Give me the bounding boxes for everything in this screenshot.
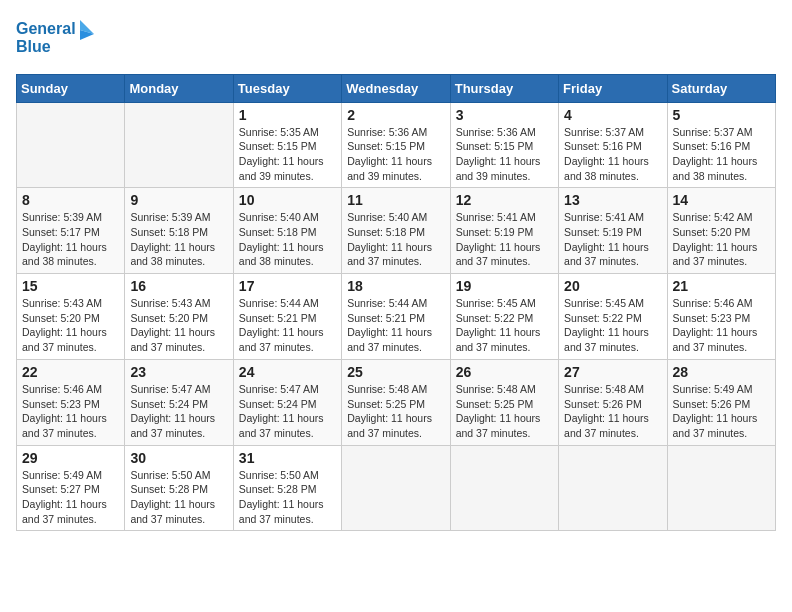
- day-info: Sunrise: 5:48 AMSunset: 5:25 PMDaylight:…: [456, 382, 553, 441]
- calendar-cell: 10 Sunrise: 5:40 AMSunset: 5:18 PMDaylig…: [233, 188, 341, 274]
- calendar-cell: 16 Sunrise: 5:43 AMSunset: 5:20 PMDaylig…: [125, 274, 233, 360]
- calendar-cell: 23 Sunrise: 5:47 AMSunset: 5:24 PMDaylig…: [125, 359, 233, 445]
- day-number: 28: [673, 364, 770, 380]
- logo-svg: General Blue: [16, 16, 96, 58]
- day-info: Sunrise: 5:43 AMSunset: 5:20 PMDaylight:…: [130, 296, 227, 355]
- week-row-3: 15 Sunrise: 5:43 AMSunset: 5:20 PMDaylig…: [17, 274, 776, 360]
- day-number: 26: [456, 364, 553, 380]
- calendar-cell: [667, 445, 775, 531]
- calendar-cell: 28 Sunrise: 5:49 AMSunset: 5:26 PMDaylig…: [667, 359, 775, 445]
- day-number: 19: [456, 278, 553, 294]
- day-number: 20: [564, 278, 661, 294]
- week-row-4: 22 Sunrise: 5:46 AMSunset: 5:23 PMDaylig…: [17, 359, 776, 445]
- day-info: Sunrise: 5:40 AMSunset: 5:18 PMDaylight:…: [239, 210, 336, 269]
- day-info: Sunrise: 5:49 AMSunset: 5:27 PMDaylight:…: [22, 468, 119, 527]
- calendar-cell: [17, 102, 125, 188]
- calendar-cell: 15 Sunrise: 5:43 AMSunset: 5:20 PMDaylig…: [17, 274, 125, 360]
- day-info: Sunrise: 5:48 AMSunset: 5:25 PMDaylight:…: [347, 382, 444, 441]
- day-number: 21: [673, 278, 770, 294]
- calendar-cell: 17 Sunrise: 5:44 AMSunset: 5:21 PMDaylig…: [233, 274, 341, 360]
- day-number: 1: [239, 107, 336, 123]
- day-number: 9: [130, 192, 227, 208]
- logo: General Blue: [16, 16, 96, 62]
- svg-text:Blue: Blue: [16, 38, 51, 55]
- weekday-wednesday: Wednesday: [342, 74, 450, 102]
- day-info: Sunrise: 5:41 AMSunset: 5:19 PMDaylight:…: [456, 210, 553, 269]
- day-info: Sunrise: 5:35 AMSunset: 5:15 PMDaylight:…: [239, 125, 336, 184]
- day-info: Sunrise: 5:44 AMSunset: 5:21 PMDaylight:…: [347, 296, 444, 355]
- weekday-saturday: Saturday: [667, 74, 775, 102]
- day-number: 10: [239, 192, 336, 208]
- calendar-cell: 25 Sunrise: 5:48 AMSunset: 5:25 PMDaylig…: [342, 359, 450, 445]
- day-number: 12: [456, 192, 553, 208]
- calendar-cell: 14 Sunrise: 5:42 AMSunset: 5:20 PMDaylig…: [667, 188, 775, 274]
- calendar-cell: 11 Sunrise: 5:40 AMSunset: 5:18 PMDaylig…: [342, 188, 450, 274]
- calendar-cell: [450, 445, 558, 531]
- calendar-cell: 5 Sunrise: 5:37 AMSunset: 5:16 PMDayligh…: [667, 102, 775, 188]
- calendar-cell: 29 Sunrise: 5:49 AMSunset: 5:27 PMDaylig…: [17, 445, 125, 531]
- weekday-header-row: SundayMondayTuesdayWednesdayThursdayFrid…: [17, 74, 776, 102]
- calendar-cell: 9 Sunrise: 5:39 AMSunset: 5:18 PMDayligh…: [125, 188, 233, 274]
- calendar-cell: 1 Sunrise: 5:35 AMSunset: 5:15 PMDayligh…: [233, 102, 341, 188]
- day-info: Sunrise: 5:40 AMSunset: 5:18 PMDaylight:…: [347, 210, 444, 269]
- day-info: Sunrise: 5:39 AMSunset: 5:18 PMDaylight:…: [130, 210, 227, 269]
- day-number: 16: [130, 278, 227, 294]
- week-row-5: 29 Sunrise: 5:49 AMSunset: 5:27 PMDaylig…: [17, 445, 776, 531]
- weekday-friday: Friday: [559, 74, 667, 102]
- day-info: Sunrise: 5:46 AMSunset: 5:23 PMDaylight:…: [22, 382, 119, 441]
- day-number: 5: [673, 107, 770, 123]
- weekday-monday: Monday: [125, 74, 233, 102]
- day-number: 23: [130, 364, 227, 380]
- calendar-cell: 8 Sunrise: 5:39 AMSunset: 5:17 PMDayligh…: [17, 188, 125, 274]
- day-info: Sunrise: 5:43 AMSunset: 5:20 PMDaylight:…: [22, 296, 119, 355]
- calendar-cell: 21 Sunrise: 5:46 AMSunset: 5:23 PMDaylig…: [667, 274, 775, 360]
- page-header: General Blue: [16, 16, 776, 62]
- calendar-cell: 26 Sunrise: 5:48 AMSunset: 5:25 PMDaylig…: [450, 359, 558, 445]
- day-info: Sunrise: 5:46 AMSunset: 5:23 PMDaylight:…: [673, 296, 770, 355]
- day-info: Sunrise: 5:37 AMSunset: 5:16 PMDaylight:…: [564, 125, 661, 184]
- day-number: 22: [22, 364, 119, 380]
- calendar-cell: 31 Sunrise: 5:50 AMSunset: 5:28 PMDaylig…: [233, 445, 341, 531]
- day-info: Sunrise: 5:44 AMSunset: 5:21 PMDaylight:…: [239, 296, 336, 355]
- day-info: Sunrise: 5:45 AMSunset: 5:22 PMDaylight:…: [564, 296, 661, 355]
- calendar-cell: 4 Sunrise: 5:37 AMSunset: 5:16 PMDayligh…: [559, 102, 667, 188]
- day-number: 4: [564, 107, 661, 123]
- calendar-cell: 30 Sunrise: 5:50 AMSunset: 5:28 PMDaylig…: [125, 445, 233, 531]
- weekday-tuesday: Tuesday: [233, 74, 341, 102]
- week-row-1: 1 Sunrise: 5:35 AMSunset: 5:15 PMDayligh…: [17, 102, 776, 188]
- calendar-cell: [342, 445, 450, 531]
- day-number: 27: [564, 364, 661, 380]
- day-number: 24: [239, 364, 336, 380]
- calendar-cell: 22 Sunrise: 5:46 AMSunset: 5:23 PMDaylig…: [17, 359, 125, 445]
- day-info: Sunrise: 5:42 AMSunset: 5:20 PMDaylight:…: [673, 210, 770, 269]
- day-number: 18: [347, 278, 444, 294]
- day-info: Sunrise: 5:50 AMSunset: 5:28 PMDaylight:…: [130, 468, 227, 527]
- day-info: Sunrise: 5:50 AMSunset: 5:28 PMDaylight:…: [239, 468, 336, 527]
- calendar-cell: 19 Sunrise: 5:45 AMSunset: 5:22 PMDaylig…: [450, 274, 558, 360]
- calendar-cell: 2 Sunrise: 5:36 AMSunset: 5:15 PMDayligh…: [342, 102, 450, 188]
- day-number: 25: [347, 364, 444, 380]
- day-number: 11: [347, 192, 444, 208]
- day-info: Sunrise: 5:41 AMSunset: 5:19 PMDaylight:…: [564, 210, 661, 269]
- day-info: Sunrise: 5:47 AMSunset: 5:24 PMDaylight:…: [239, 382, 336, 441]
- day-number: 3: [456, 107, 553, 123]
- day-number: 2: [347, 107, 444, 123]
- day-info: Sunrise: 5:45 AMSunset: 5:22 PMDaylight:…: [456, 296, 553, 355]
- day-info: Sunrise: 5:48 AMSunset: 5:26 PMDaylight:…: [564, 382, 661, 441]
- day-info: Sunrise: 5:39 AMSunset: 5:17 PMDaylight:…: [22, 210, 119, 269]
- week-row-2: 8 Sunrise: 5:39 AMSunset: 5:17 PMDayligh…: [17, 188, 776, 274]
- day-number: 17: [239, 278, 336, 294]
- calendar-cell: 3 Sunrise: 5:36 AMSunset: 5:15 PMDayligh…: [450, 102, 558, 188]
- calendar-table: SundayMondayTuesdayWednesdayThursdayFrid…: [16, 74, 776, 532]
- calendar-cell: 27 Sunrise: 5:48 AMSunset: 5:26 PMDaylig…: [559, 359, 667, 445]
- day-number: 8: [22, 192, 119, 208]
- calendar-cell: [559, 445, 667, 531]
- calendar-cell: 24 Sunrise: 5:47 AMSunset: 5:24 PMDaylig…: [233, 359, 341, 445]
- calendar-cell: 13 Sunrise: 5:41 AMSunset: 5:19 PMDaylig…: [559, 188, 667, 274]
- day-info: Sunrise: 5:36 AMSunset: 5:15 PMDaylight:…: [456, 125, 553, 184]
- day-number: 29: [22, 450, 119, 466]
- calendar-cell: 20 Sunrise: 5:45 AMSunset: 5:22 PMDaylig…: [559, 274, 667, 360]
- day-info: Sunrise: 5:47 AMSunset: 5:24 PMDaylight:…: [130, 382, 227, 441]
- day-number: 15: [22, 278, 119, 294]
- calendar-cell: 18 Sunrise: 5:44 AMSunset: 5:21 PMDaylig…: [342, 274, 450, 360]
